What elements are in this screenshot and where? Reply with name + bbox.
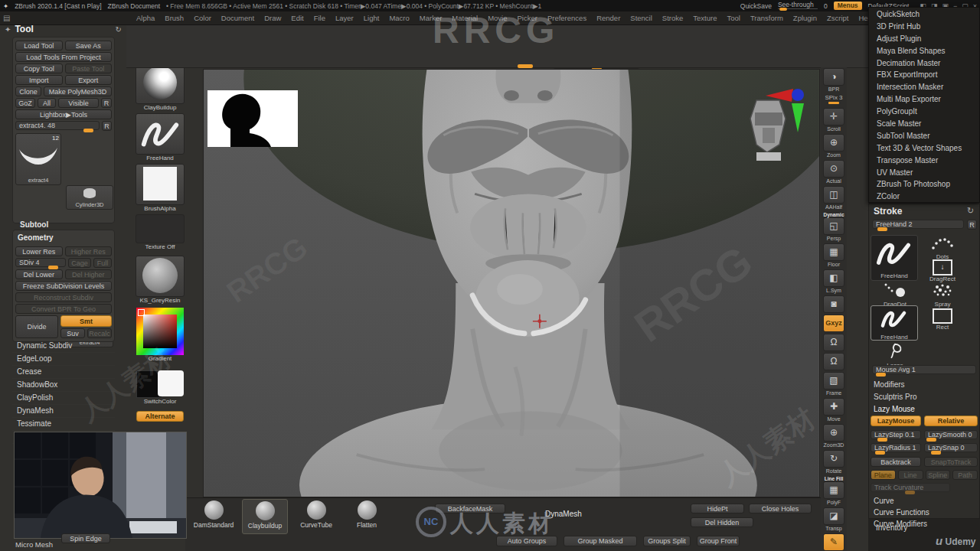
goz-r-button[interactable]: R — [101, 98, 112, 108]
curve-functions-section[interactable]: Curve Functions — [869, 507, 980, 519]
backtrack-mode[interactable]: Plane — [871, 470, 896, 480]
right-shelf-item-transp[interactable]: ◪ Transp — [822, 507, 845, 532]
zplugin-menu-item[interactable]: Decimation Master — [869, 57, 979, 70]
left-section[interactable]: Crease — [12, 366, 115, 379]
bottom-brush-curvetube[interactable]: CurveTube — [294, 499, 338, 534]
left-section[interactable]: ShadowBox — [12, 379, 115, 392]
right-shelf-item-zoom3d[interactable]: ⊕ Zoom3D — [822, 424, 845, 448]
menu-item[interactable]: File — [314, 14, 325, 22]
menu-item[interactable]: Layer — [335, 14, 354, 22]
lazy-mouse-section[interactable]: Lazy Mouse — [869, 403, 980, 416]
right-shelf-item-lock[interactable]: ◙ — [822, 295, 845, 313]
brush-palette-icon[interactable]: ▤ — [3, 14, 10, 22]
gizmo-z-axis[interactable] — [792, 89, 804, 101]
copy-tool-button[interactable]: Copy Tool — [15, 64, 63, 73]
zplugin-menu-item[interactable]: ZColor — [869, 191, 979, 203]
zplugin-menu-item[interactable]: SubTool Master — [869, 130, 979, 142]
inventory-section[interactable]: Inventory — [871, 522, 980, 534]
menu-item[interactable]: Stroke — [662, 14, 683, 22]
menu-item[interactable]: Macro — [389, 14, 409, 22]
right-shelf-item-lsym[interactable]: ◧ L.Sym — [822, 269, 845, 294]
stroke-freehand-large[interactable]: FreeHand — [871, 235, 918, 281]
modifiers-section[interactable]: Modifiers — [869, 379, 980, 391]
stroke-rect[interactable]: Rect — [927, 308, 958, 331]
active-stroke-thumbnail[interactable]: FreeHand — [136, 113, 185, 162]
backfacemask-button[interactable]: BackfaceMask — [435, 504, 505, 514]
zplugin-menu-item[interactable]: UV Master — [869, 167, 979, 179]
backtrack-mode[interactable]: Spline — [926, 470, 951, 480]
zplugin-menu-item[interactable]: Scale Master — [869, 118, 979, 130]
zplugin-menu-item[interactable]: Intersection Masker — [869, 81, 979, 93]
group-button-group-masked[interactable]: Group Masked — [564, 536, 637, 546]
bottom-brush-damstandard[interactable]: DamStandard — [191, 499, 236, 534]
color-picker[interactable]: Gradient — [136, 308, 185, 363]
sculptris-pro-section[interactable]: Sculptris Pro — [869, 391, 980, 403]
zplugin-menu-item[interactable]: Text 3D & Vector Shapes — [869, 142, 979, 155]
menu-item[interactable]: Edit — [291, 14, 303, 22]
menu-item[interactable]: Material — [452, 14, 478, 22]
see-through-slider[interactable]: See-through — [778, 2, 818, 9]
stroke-freehand-selected[interactable]: FreeHand — [871, 305, 918, 341]
bottom-brush-claybuildup[interactable]: Claybuildup — [242, 499, 288, 534]
active-brush-thumbnail[interactable]: ClayBuildup — [136, 63, 185, 112]
right-shelf-item-zoom[interactable]: ⊕ Zoom — [822, 134, 845, 158]
zplugin-menu-item[interactable]: Adjust Plugin — [869, 33, 979, 45]
cylinder3d-thumbnail[interactable]: Cylinder3D — [66, 185, 113, 210]
stroke-palette-title[interactable]: Stroke — [874, 206, 902, 217]
menu-item[interactable]: Brush — [165, 14, 184, 22]
menu-item[interactable]: Zscript — [827, 14, 849, 22]
make-polymesh3d-button[interactable]: Make PolyMesh3D — [44, 86, 112, 96]
right-shelf-item-persp[interactable]: Dynamic ◱ Persp — [822, 212, 845, 242]
camera-gizmo[interactable] — [740, 86, 816, 163]
right-shelf-item-rotate[interactable]: ↻ Rotate — [822, 450, 845, 474]
left-section[interactable]: ClayPolish — [12, 392, 115, 405]
del-lower-button[interactable]: Del Lower — [15, 269, 63, 279]
save-as-button[interactable]: Save As — [65, 41, 113, 51]
right-shelf-item-aahalf[interactable]: ◫ AAHalf — [822, 186, 845, 210]
active-alpha-thumbnail[interactable]: BrushAlpha — [136, 164, 185, 213]
right-shelf-item-ghost-b[interactable]: Ω — [822, 353, 845, 370]
menu-item[interactable]: Marker — [420, 14, 443, 22]
group-button-group-front[interactable]: Group Front — [697, 536, 740, 546]
smt-button[interactable]: Smt — [60, 315, 112, 327]
refresh-icon[interactable]: ↻ — [116, 25, 122, 34]
track-curvature-slider[interactable]: Track Curvature — [871, 483, 950, 492]
zplugin-menu-item[interactable]: FBX ExportImport — [869, 69, 979, 81]
right-shelf-item-polyf[interactable]: Line Fill ▦ PolyF — [822, 476, 845, 506]
left-section[interactable]: Tessimate — [12, 418, 115, 431]
bottom-brush-flatten[interactable]: Flatten — [345, 499, 389, 534]
curve-section[interactable]: Curve — [869, 495, 980, 507]
sculpt-canvas[interactable] — [203, 69, 820, 497]
menu-item[interactable]: Transform — [750, 14, 783, 22]
snaptotrack-button[interactable]: SnapToTrack — [924, 457, 978, 467]
menus-button[interactable]: Menus — [834, 2, 862, 10]
color-gradient[interactable] — [136, 308, 184, 355]
menu-item[interactable]: Render — [596, 14, 620, 22]
right-shelf-item-spix[interactable]: SPix 3 — [822, 94, 845, 106]
spin-edge-button[interactable]: Spin Edge — [61, 533, 110, 543]
stroke-dots[interactable]: Dots — [927, 236, 958, 260]
menu-item[interactable]: Light — [364, 14, 380, 22]
close-holes-button[interactable]: Close Holes — [749, 504, 812, 514]
micro-mesh-label[interactable]: Micro Mesh — [15, 540, 53, 549]
right-shelf-item-actual[interactable]: ⊙ Actual — [822, 160, 845, 184]
zplugin-menu-item[interactable]: Transpose Master — [869, 155, 979, 167]
visible-button[interactable]: Visible — [58, 98, 99, 108]
group-button-auto-groups[interactable]: Auto Groups — [496, 536, 557, 546]
refresh-icon[interactable]: ↻ — [967, 206, 974, 216]
left-section[interactable]: EdgeLoop — [12, 353, 115, 366]
stroke-spray[interactable]: Spray — [927, 282, 958, 308]
menu-item[interactable]: Picker — [518, 14, 537, 22]
right-shelf-item-ghost-a[interactable]: Ω — [822, 334, 845, 351]
lazymouse-button[interactable]: LazyMouse — [871, 416, 921, 426]
group-button-groups-split[interactable]: Groups Split — [643, 536, 691, 546]
primary-color-swatch[interactable] — [158, 370, 184, 396]
lower-res-button[interactable]: Lower Res — [15, 246, 63, 256]
active-texture-thumbnail[interactable]: Texture Off — [136, 214, 185, 251]
del-higher-button[interactable]: Del Higher — [65, 269, 113, 279]
goz-button[interactable]: GoZ — [15, 98, 35, 108]
right-shelf-item-gxyz[interactable]: Gxyz — [822, 315, 845, 332]
zplugin-menu-item[interactable]: 3D Print Hub — [869, 21, 979, 33]
sdiv-slider[interactable]: SDiv 4 — [15, 258, 66, 267]
divide-button[interactable]: Divide — [15, 315, 58, 338]
